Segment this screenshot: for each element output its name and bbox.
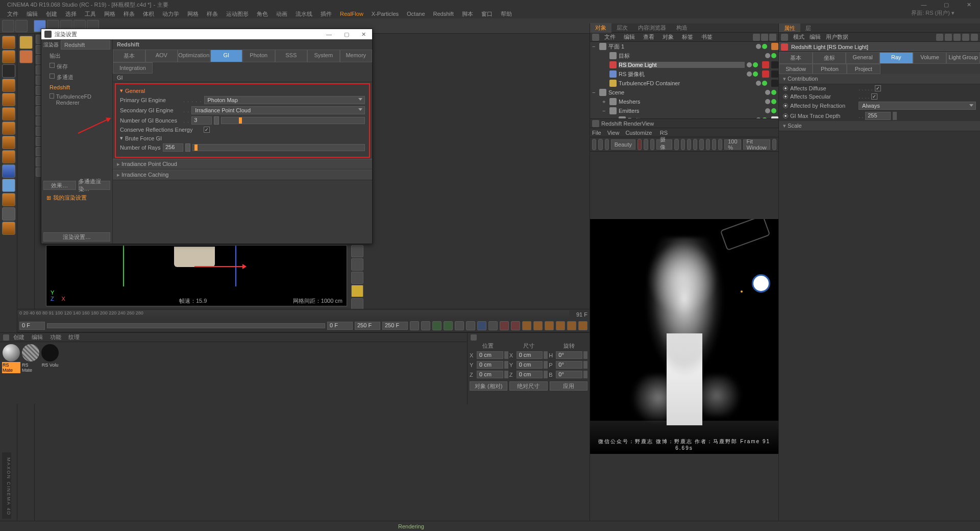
- nav-up-icon[interactable]: [945, 34, 952, 41]
- my-render-settings[interactable]: ⊞我的渲染设置: [41, 192, 112, 204]
- menu-item[interactable]: X-Particles: [369, 10, 402, 18]
- menu-item[interactable]: 窗口: [478, 9, 496, 19]
- menu-item[interactable]: Redshift: [430, 10, 457, 18]
- tool-icon[interactable]: [2, 136, 15, 149]
- object-name[interactable]: RS 摄像机: [619, 70, 745, 78]
- object-name[interactable]: TurbulenceFD Container: [619, 80, 754, 86]
- rot-p[interactable]: 0°: [556, 361, 582, 369]
- frame-field[interactable]: 0 F: [327, 322, 353, 330]
- tab-system[interactable]: System: [307, 50, 340, 62]
- tab-layers[interactable]: 层次: [611, 23, 633, 33]
- search-icon[interactable]: [753, 34, 760, 41]
- tab-ray[interactable]: Ray: [879, 52, 913, 64]
- menu-icon[interactable]: [3, 334, 9, 341]
- object-name[interactable]: 目标: [619, 52, 763, 60]
- crop-icon[interactable]: [650, 139, 654, 150]
- conserve-checkbox[interactable]: ✓: [204, 127, 210, 133]
- material-item[interactable]: RS Volu: [41, 344, 59, 373]
- render-view[interactable]: 微信公众号：野鹿志 微博：野鹿志 作者：马鹿野郎 Frame 91 6.69s: [590, 152, 778, 521]
- menu-item[interactable]: 流水线: [292, 9, 315, 19]
- nav-fwd-icon[interactable]: [953, 34, 961, 41]
- radio-icon[interactable]: [783, 94, 788, 99]
- object-tree-item[interactable]: TurbulenceFD Container: [590, 79, 778, 88]
- irradiance-point-cloud-section[interactable]: Irradiance Point Cloud: [113, 159, 372, 170]
- tab-photon[interactable]: Photon: [813, 64, 846, 74]
- toolbar-icon[interactable]: [351, 272, 363, 284]
- refraction-combo[interactable]: Always: [859, 102, 976, 110]
- loop-icon[interactable]: [477, 321, 486, 330]
- tool-icon[interactable]: [2, 50, 15, 63]
- lock-icon[interactable]: [962, 34, 969, 41]
- menu-icon[interactable]: [471, 334, 477, 341]
- radio-icon[interactable]: [783, 103, 788, 108]
- menu-item[interactable]: Octane: [404, 10, 428, 18]
- menu-item[interactable]: File: [592, 130, 601, 136]
- toolbar-icon[interactable]: [712, 139, 716, 150]
- visibility-dots[interactable]: [765, 53, 776, 58]
- toolbar-icon[interactable]: [351, 258, 363, 271]
- menu-item[interactable]: 对象: [659, 32, 677, 42]
- object-name[interactable]: 平面 1: [608, 43, 754, 51]
- sidebar-item[interactable]: 保存: [41, 61, 112, 72]
- toolbar-icon[interactable]: [693, 139, 697, 150]
- key-icon[interactable]: [578, 321, 587, 330]
- tab-general[interactable]: General: [846, 52, 879, 64]
- toolbar-icon[interactable]: [644, 139, 648, 150]
- object-tree-item[interactable]: RS 摄像机: [590, 69, 778, 79]
- visibility-dots[interactable]: [765, 99, 776, 104]
- spinner-icon[interactable]: [893, 112, 897, 120]
- visibility-dots[interactable]: [765, 90, 776, 95]
- tab-shadow[interactable]: Shadow: [779, 64, 813, 74]
- menu-item[interactable]: 功能: [47, 332, 64, 342]
- expand-toggle[interactable]: −: [602, 108, 607, 114]
- object-tag[interactable]: [771, 70, 778, 78]
- tool-icon[interactable]: [2, 122, 15, 135]
- goto-end-icon[interactable]: [466, 321, 475, 330]
- tool-icon[interactable]: [2, 64, 15, 78]
- nav-back-icon[interactable]: [936, 34, 943, 41]
- tab-basic[interactable]: 基本: [113, 50, 145, 62]
- object-tree-item[interactable]: +Meshers: [590, 97, 778, 106]
- menu-icon[interactable]: [592, 34, 599, 41]
- expand-toggle[interactable]: −: [592, 43, 597, 50]
- menu-item[interactable]: 角色: [254, 9, 271, 19]
- visibility-dots[interactable]: [756, 44, 767, 49]
- maximize-icon[interactable]: ▢: [344, 31, 349, 38]
- tab-lightgroup[interactable]: Light Group: [946, 52, 980, 64]
- menu-item[interactable]: 创建: [10, 332, 28, 342]
- object-tree-item[interactable]: RS Dome Light: [590, 60, 778, 69]
- tab-volume[interactable]: Volume: [913, 52, 947, 64]
- object-name[interactable]: Scene: [608, 89, 763, 95]
- goto-start-icon[interactable]: [410, 321, 419, 330]
- menu-item[interactable]: 工具: [82, 9, 99, 19]
- menu-item[interactable]: 运动图形: [223, 9, 252, 19]
- rgb-icon[interactable]: [638, 139, 642, 150]
- toolbar-icon[interactable]: [351, 245, 363, 257]
- autokey-icon[interactable]: [511, 321, 520, 330]
- end-frame-field[interactable]: 250 F: [355, 322, 380, 330]
- toolbar-icon[interactable]: [488, 321, 498, 330]
- move-icon[interactable]: [19, 36, 33, 49]
- menu-icon[interactable]: [781, 34, 788, 41]
- refresh-icon[interactable]: [605, 139, 609, 150]
- menu-item[interactable]: 样条: [120, 9, 138, 19]
- menu-item[interactable]: 编辑: [621, 32, 638, 42]
- toolbar-icon[interactable]: [706, 139, 710, 150]
- object-name[interactable]: RS Dome Light: [619, 62, 745, 68]
- rays-value[interactable]: 256: [163, 143, 183, 152]
- timeline-ruler[interactable]: 0 20 40 60 80 91 100 120 140 160 180 200…: [17, 309, 590, 319]
- object-tag[interactable]: [771, 80, 778, 87]
- menu-item[interactable]: 样条: [204, 9, 221, 19]
- record-icon[interactable]: [500, 321, 509, 330]
- tool-icon[interactable]: [2, 179, 15, 192]
- menu-item[interactable]: 书签: [698, 32, 716, 42]
- menu-item[interactable]: 网格: [101, 9, 118, 19]
- contribution-section[interactable]: Contribution: [779, 74, 980, 84]
- help-icon[interactable]: [19, 50, 33, 63]
- multipass-button[interactable]: 多通道渲染…: [78, 181, 111, 190]
- tab-photon[interactable]: Photon: [242, 50, 275, 62]
- secondary-gi-combo[interactable]: Irradiance Point Cloud: [191, 106, 365, 114]
- menu-item[interactable]: 动力学: [159, 9, 182, 19]
- tool-icon[interactable]: [2, 107, 15, 120]
- apply-button[interactable]: 应用: [550, 381, 587, 391]
